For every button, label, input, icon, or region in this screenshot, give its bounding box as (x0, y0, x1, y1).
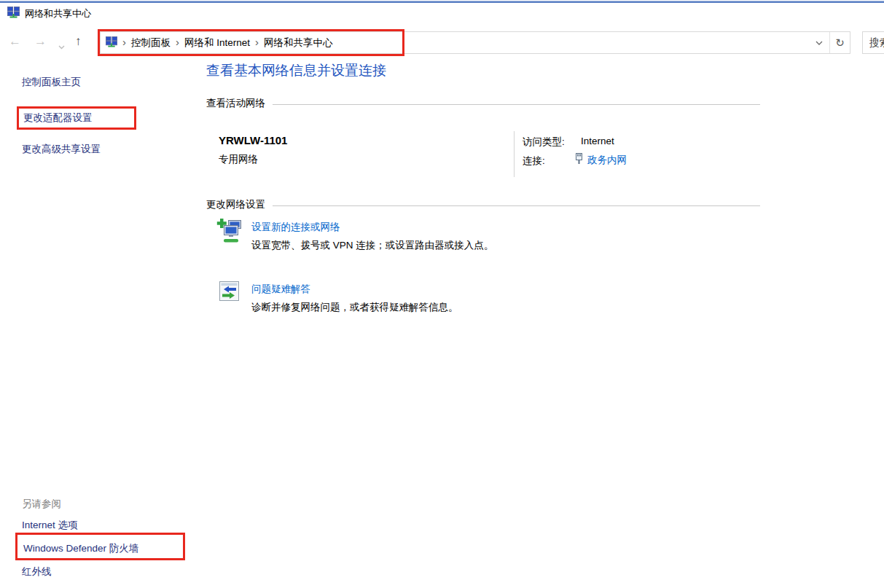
page-title: 查看基本网络信息并设置连接 (206, 61, 386, 80)
window-title: 网络和共享中心 (25, 7, 91, 20)
sidebar-item-change-adapter-settings[interactable]: 更改适配器设置 (23, 111, 93, 125)
breadcrumb-control-panel[interactable]: 控制面板 (131, 36, 171, 50)
breadcrumb-separator: › (117, 36, 131, 48)
access-type-label: 访问类型: (523, 136, 565, 149)
breadcrumb-root-icon[interactable] (106, 36, 117, 50)
connection-label: 连接: (523, 154, 545, 168)
sidebar-item-change-advanced-sharing[interactable]: 更改高级共享设置 (22, 143, 101, 156)
see-also-heading: 另请参阅 (22, 498, 61, 511)
troubleshoot-icon[interactable] (219, 281, 239, 303)
task-setup-new-connection-desc: 设置宽带、拨号或 VPN 连接；或设置路由器或接入点。 (251, 239, 493, 252)
see-also-internet-options[interactable]: Internet 选项 (22, 519, 78, 532)
network-name: YRWLW-1101 (219, 134, 287, 146)
refresh-icon[interactable]: ↻ (829, 32, 850, 53)
window-top-border (0, 1, 884, 3)
task-troubleshoot-desc: 诊断并修复网络问题，或者获得疑难解答信息。 (251, 301, 458, 314)
access-type-value: Internet (581, 136, 614, 146)
network-profile: 专用网络 (219, 153, 258, 166)
setup-new-connection-icon[interactable] (216, 218, 244, 247)
network-column-divider (514, 131, 515, 177)
network-sharing-center-window: 网络和共享中心 ← → ↑ › 控制面板 › 网络和 Internet › 网络… (0, 0, 884, 588)
search-box[interactable] (862, 31, 884, 54)
forward-arrow-icon[interactable]: → (34, 34, 47, 50)
task-troubleshoot-link[interactable]: 问题疑难解答 (251, 283, 310, 296)
section-heading: 查看活动网络 (206, 97, 265, 110)
up-arrow-icon[interactable]: ↑ (75, 34, 82, 50)
section-view-active-networks: 查看活动网络 (206, 97, 760, 110)
address-dropdown-chevron-icon[interactable] (809, 32, 829, 53)
sidebar-item-control-panel-home[interactable]: 控制面板主页 (22, 76, 81, 89)
address-bar[interactable]: › 控制面板 › 网络和 Internet › 网络和共享中心 ↻ (100, 31, 850, 54)
breadcrumb-separator: › (171, 36, 184, 48)
connection-link[interactable]: 政务内网 (587, 154, 627, 167)
back-arrow-icon[interactable]: ← (9, 34, 21, 50)
section-rule (273, 104, 760, 105)
breadcrumb-network-internet[interactable]: 网络和 Internet (184, 36, 250, 50)
section-heading: 更改网络设置 (206, 198, 265, 211)
see-also-windows-defender-firewall[interactable]: Windows Defender 防火墙 (23, 542, 138, 555)
search-input[interactable] (863, 32, 884, 53)
breadcrumb-separator: › (250, 36, 264, 48)
network-sharing-center-icon (7, 7, 20, 20)
section-change-network-settings: 更改网络设置 (206, 198, 760, 211)
title-bar: 网络和共享中心 (7, 7, 91, 20)
see-also-infrared[interactable]: 红外线 (22, 565, 52, 579)
breadcrumb-network-sharing-center[interactable]: 网络和共享中心 (264, 36, 333, 50)
recent-pages-chevron-icon[interactable] (58, 38, 65, 54)
ethernet-icon (574, 153, 584, 167)
section-rule (273, 205, 760, 206)
task-setup-new-connection-link[interactable]: 设置新的连接或网络 (251, 221, 340, 234)
